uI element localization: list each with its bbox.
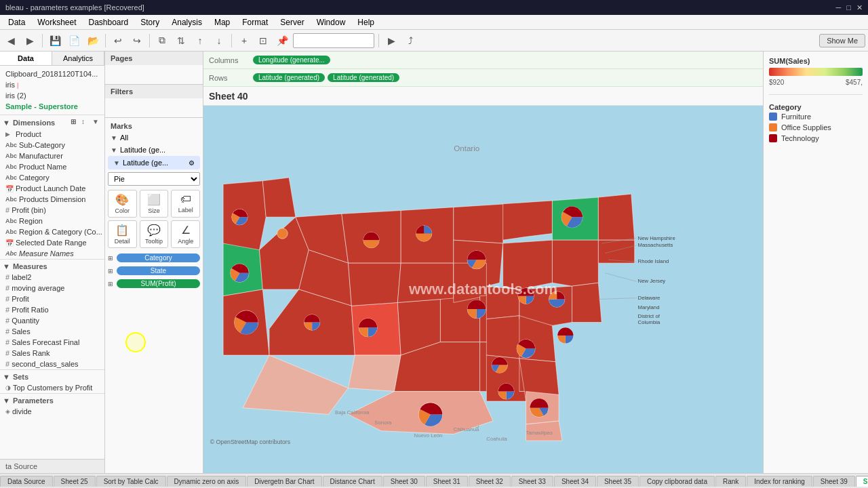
- sumprofit-pill[interactable]: SUM(Profit): [117, 279, 200, 288]
- state-ia[interactable]: [397, 263, 454, 302]
- sort-desc-btn[interactable]: ↓: [211, 33, 227, 49]
- sets-toggle[interactable]: ▼: [3, 373, 10, 381]
- menu-map[interactable]: Map: [209, 16, 235, 28]
- dimensions-add-icon[interactable]: ↕: [81, 118, 91, 127]
- tab-copyclipboard[interactable]: Copy clipborad data: [639, 476, 715, 487]
- map-container[interactable]: www.datantools.com Ontario Mexico: [203, 106, 763, 473]
- param-divide[interactable]: ◈divide: [0, 406, 104, 417]
- tab-divergetn[interactable]: Divergetn Bar Chart: [247, 476, 321, 487]
- dim-selecteddate[interactable]: 📅Selected Date Range: [0, 237, 104, 248]
- fit-btn[interactable]: ⊡: [255, 33, 271, 49]
- tab-sorttablecalc[interactable]: Sort by Table Calc: [96, 476, 166, 487]
- menu-worksheet[interactable]: Worksheet: [32, 16, 81, 28]
- set-topcustomers[interactable]: ◑Top Customers by Profit: [0, 382, 104, 393]
- tab-data[interactable]: Data: [0, 52, 52, 65]
- menu-server[interactable]: Server: [275, 16, 309, 28]
- menu-help[interactable]: Help: [352, 16, 380, 28]
- menu-window[interactable]: Window: [311, 16, 351, 28]
- tab-sheet34[interactable]: Sheet 34: [554, 476, 596, 487]
- tab-sheet31[interactable]: Sheet 31: [426, 476, 468, 487]
- meas-salesrank[interactable]: #Sales Rank: [0, 348, 104, 359]
- rows-pill-lat2[interactable]: Latitude (generated): [328, 73, 399, 82]
- parameters-toggle[interactable]: ▼: [3, 396, 10, 405]
- rows-pill-lat1[interactable]: Latitude (generated): [253, 73, 325, 82]
- state-md-de[interactable]: [572, 283, 602, 322]
- menu-format[interactable]: Format: [237, 16, 273, 28]
- meas-movingavg[interactable]: #moving average: [0, 283, 104, 293]
- state-nm[interactable]: [349, 355, 401, 391]
- swap-btn[interactable]: ⇅: [173, 33, 189, 49]
- pin-btn[interactable]: 📌: [274, 33, 290, 49]
- marks-field-profit[interactable]: ⊞ SUM(Profit): [108, 278, 200, 289]
- marks-label-btn[interactable]: 🏷 Label: [171, 190, 200, 218]
- marks-field-state[interactable]: ⊞ State: [108, 265, 200, 277]
- marks-layer-lat1[interactable]: ▼ Latitude (ge...: [108, 144, 200, 156]
- marks-layer-lat2[interactable]: ▼ Latitude (ge... ⚙: [108, 156, 200, 169]
- marks-type-select[interactable]: Pie Bar Line Circle Square Map Area Gant…: [108, 172, 200, 186]
- columns-pill-longitude[interactable]: Longitude (generate...: [253, 56, 330, 64]
- dim-region[interactable]: AbcRegion: [0, 216, 104, 226]
- dim-subcategory[interactable]: AbcSub-Category: [0, 140, 104, 150]
- tab-distancechart[interactable]: Distance Chart: [323, 476, 382, 487]
- state-tn[interactable]: [486, 316, 522, 359]
- datasource-clipboard[interactable]: Clipboard_20181120T104...: [3, 68, 102, 79]
- dimensions-menu-icon[interactable]: ▼: [92, 118, 102, 127]
- marks-color-btn[interactable]: 🎨 Color: [108, 190, 137, 218]
- dim-productsdimension[interactable]: AbcProducts Dimension: [0, 194, 104, 205]
- state-pa-nj[interactable]: [552, 240, 598, 286]
- undo-btn[interactable]: ↩: [110, 33, 126, 49]
- meas-profit[interactable]: #Profit: [0, 293, 104, 304]
- tab-sheet25[interactable]: Sheet 25: [54, 476, 96, 487]
- tab-sheet40[interactable]: Sheet 40: [856, 476, 868, 487]
- tab-indexranking[interactable]: Index for ranking: [747, 476, 812, 487]
- datasource-iris[interactable]: iris |: [3, 79, 102, 90]
- dim-measurenames[interactable]: AbcMeasure Names: [0, 248, 104, 259]
- new-btn[interactable]: 📄: [66, 33, 82, 49]
- tab-sheet33[interactable]: Sheet 33: [511, 476, 553, 487]
- maximize-btn[interactable]: □: [846, 3, 851, 12]
- state-mi-n[interactable]: [503, 201, 553, 240]
- tab-sheet39[interactable]: Sheet 39: [813, 476, 855, 487]
- measures-toggle[interactable]: ▼: [3, 262, 10, 270]
- dim-regioncat[interactable]: AbcRegion & Category (Co...: [0, 226, 104, 237]
- dimensions-search-icon[interactable]: ⊞: [71, 118, 80, 127]
- dimensions-toggle[interactable]: ▼: [3, 119, 10, 127]
- marks-angle-btn[interactable]: ∠ Angle: [171, 220, 200, 248]
- menu-dashboard[interactable]: Dashboard: [83, 16, 134, 28]
- marks-layer-all[interactable]: ▼ All: [108, 131, 200, 144]
- state-ma-ct-ri[interactable]: [598, 240, 634, 263]
- present-btn[interactable]: ▶: [383, 33, 399, 49]
- search-input[interactable]: [293, 33, 374, 48]
- tab-dynamiczero[interactable]: Dynamic zero on axis: [167, 476, 247, 487]
- tab-sheet35[interactable]: Sheet 35: [597, 476, 639, 487]
- back-btn[interactable]: ◀: [3, 33, 19, 49]
- state-vt-nh-me[interactable]: [598, 194, 634, 240]
- state-pill[interactable]: State: [117, 266, 200, 275]
- menu-data[interactable]: Data: [3, 16, 31, 28]
- marks-size-btn[interactable]: ⬜ Size: [140, 190, 169, 218]
- layer-options-icon[interactable]: ⚙: [189, 159, 195, 167]
- state-in-oh[interactable]: [503, 240, 553, 289]
- minimize-btn[interactable]: ─: [836, 3, 842, 12]
- menu-analysis[interactable]: Analysis: [166, 16, 208, 28]
- save-btn[interactable]: 💾: [47, 33, 63, 49]
- meas-sales[interactable]: #Sales: [0, 326, 104, 337]
- new-sheet-btn[interactable]: +: [236, 33, 252, 49]
- menu-story[interactable]: Story: [135, 16, 165, 28]
- meas-profitratio[interactable]: #Profit Ratio: [0, 304, 104, 315]
- redo-btn[interactable]: ↪: [129, 33, 145, 49]
- show-me-btn[interactable]: Show Me: [819, 34, 865, 47]
- dim-launchdate[interactable]: 📅Product Launch Date: [0, 183, 104, 194]
- state-wi[interactable]: [454, 204, 507, 243]
- dim-product[interactable]: ▶Product: [0, 129, 104, 140]
- dim-profitbin[interactable]: #Profit (bin): [0, 205, 104, 216]
- datasource-iris2[interactable]: iris (2): [3, 90, 102, 101]
- open-btn[interactable]: 📂: [85, 33, 101, 49]
- duplicate-btn[interactable]: ⧉: [154, 33, 170, 49]
- state-ky[interactable]: [486, 286, 519, 319]
- datasource-superstore[interactable]: Sample - Superstore: [3, 101, 102, 112]
- state-sd[interactable]: [349, 263, 401, 306]
- marks-tooltip-btn[interactable]: 💬 Tooltip: [140, 220, 169, 248]
- tab-sheet30[interactable]: Sheet 30: [383, 476, 425, 487]
- marks-field-category[interactable]: ⊞ Category: [108, 252, 200, 264]
